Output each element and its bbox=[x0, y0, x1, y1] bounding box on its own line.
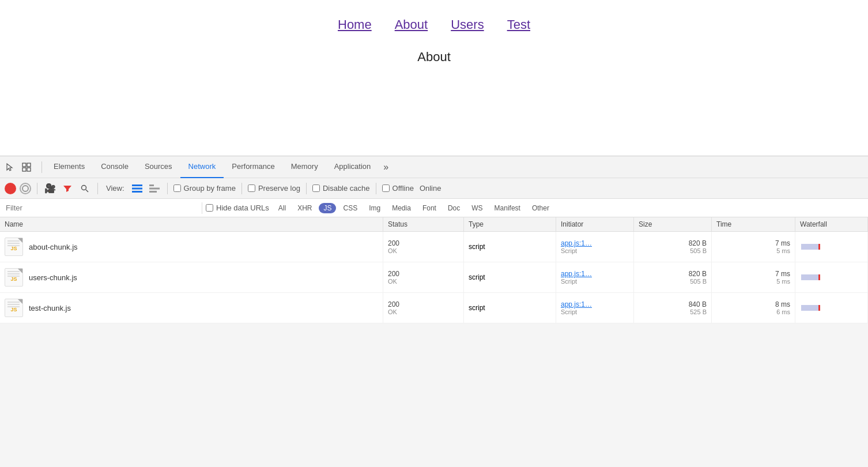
disable-cache-input[interactable] bbox=[312, 184, 320, 192]
cell-type-2: script bbox=[464, 293, 556, 323]
disable-cache-checkbox[interactable]: Disable cache bbox=[312, 184, 370, 193]
filter-sep bbox=[202, 202, 202, 214]
initiator-link[interactable]: app.js:1… bbox=[561, 270, 629, 278]
filter-type-ws[interactable]: WS bbox=[467, 203, 487, 213]
resource-type: script bbox=[469, 243, 551, 251]
filename: users-chunk.js bbox=[29, 273, 77, 282]
file-line bbox=[7, 273, 20, 274]
view-label: View: bbox=[106, 184, 124, 193]
table-row[interactable]: JS test-chunk.js 200OKscriptapp.js:1…Scr… bbox=[0, 293, 868, 323]
nav-link-home[interactable]: Home bbox=[338, 17, 372, 32]
svg-rect-9 bbox=[149, 184, 154, 186]
browser-page: HomeAboutUsersTest About bbox=[0, 0, 868, 156]
camera-icon[interactable]: 🎥 bbox=[43, 182, 57, 195]
cursor-icon[interactable] bbox=[2, 160, 16, 174]
file-icon: JS bbox=[5, 238, 23, 256]
size-sub: 505 B bbox=[639, 278, 707, 285]
group-by-frame-checkbox[interactable]: Group by frame bbox=[173, 184, 236, 193]
filter-type-doc[interactable]: Doc bbox=[443, 203, 465, 213]
stop-inner bbox=[22, 185, 29, 192]
toolbar-sep-5 bbox=[306, 183, 307, 194]
list-view-button[interactable] bbox=[130, 182, 144, 195]
col-header-time[interactable]: Time bbox=[712, 217, 795, 231]
filter-icon[interactable] bbox=[61, 182, 74, 195]
cell-status-1: 200OK bbox=[383, 262, 464, 292]
col-header-size[interactable]: Size bbox=[634, 217, 712, 231]
hide-data-urls-input[interactable] bbox=[206, 204, 213, 212]
table-row[interactable]: JS about-chunk.js 200OKscriptapp.js:1…Sc… bbox=[0, 232, 868, 262]
offline-checkbox[interactable]: Offline bbox=[382, 184, 414, 193]
nav-link-users[interactable]: Users bbox=[451, 17, 484, 32]
col-header-status[interactable]: Status bbox=[383, 217, 464, 231]
offline-input[interactable] bbox=[382, 184, 390, 192]
tree-view-button[interactable] bbox=[148, 182, 161, 195]
file-lines bbox=[7, 240, 20, 247]
resource-type: script bbox=[469, 304, 551, 312]
initiator-link[interactable]: app.js:1… bbox=[561, 239, 629, 247]
filter-type-media[interactable]: Media bbox=[387, 203, 416, 213]
filter-type-js[interactable]: JS bbox=[319, 203, 336, 213]
network-table: Name Status Type Initiator Size Time Wat… bbox=[0, 217, 868, 323]
group-by-frame-input[interactable] bbox=[173, 184, 181, 192]
table-header: Name Status Type Initiator Size Time Wat… bbox=[0, 217, 868, 232]
nav-links: HomeAboutUsersTest bbox=[338, 17, 530, 32]
tab-separator bbox=[41, 161, 42, 173]
nav-link-test[interactable]: Test bbox=[507, 17, 530, 32]
col-header-initiator[interactable]: Initiator bbox=[556, 217, 634, 231]
filter-type-manifest[interactable]: Manifest bbox=[490, 203, 525, 213]
hide-data-urls-checkbox[interactable]: Hide data URLs bbox=[206, 204, 269, 212]
filter-type-css[interactable]: CSS bbox=[338, 203, 362, 213]
wf-receiving-bar bbox=[818, 274, 820, 280]
resource-type: script bbox=[469, 273, 551, 281]
tab-application[interactable]: Application bbox=[326, 156, 379, 178]
file-line bbox=[7, 240, 20, 242]
tab-sources[interactable]: Sources bbox=[137, 156, 180, 178]
file-line bbox=[7, 276, 20, 277]
search-icon[interactable] bbox=[78, 182, 92, 195]
file-cell: JS test-chunk.js bbox=[5, 299, 378, 317]
status-code: 200 bbox=[388, 270, 459, 278]
nav-link-about[interactable]: About bbox=[395, 17, 428, 32]
filter-type-font[interactable]: Font bbox=[418, 203, 441, 213]
filter-type-xhr[interactable]: XHR bbox=[293, 203, 316, 213]
col-header-waterfall[interactable]: Waterfall bbox=[795, 217, 868, 231]
tab-console[interactable]: Console bbox=[93, 156, 137, 178]
tab-memory[interactable]: Memory bbox=[283, 156, 326, 178]
record-button[interactable] bbox=[5, 183, 16, 194]
file-icon: JS bbox=[5, 268, 23, 287]
file-lines bbox=[7, 271, 20, 278]
offline-label: Offline bbox=[393, 184, 414, 193]
inspect-icon[interactable] bbox=[20, 160, 33, 174]
filter-type-img[interactable]: Img bbox=[364, 203, 385, 213]
filter-input[interactable] bbox=[2, 202, 198, 213]
table-row[interactable]: JS users-chunk.js 200OKscriptapp.js:1…Sc… bbox=[0, 262, 868, 293]
wf-receiving-bar bbox=[818, 244, 820, 250]
wf-waiting-bar bbox=[801, 274, 818, 280]
cell-size-2: 840 B525 B bbox=[634, 293, 712, 323]
cell-name-1: JS users-chunk.js bbox=[0, 262, 383, 292]
filter-row: Hide data URLs AllXHRJSCSSImgMediaFontDo… bbox=[0, 199, 868, 217]
cell-type-0: script bbox=[464, 232, 556, 262]
tab-performance[interactable]: Performance bbox=[224, 156, 282, 178]
col-header-type[interactable]: Type bbox=[464, 217, 556, 231]
toolbar-sep-6 bbox=[376, 183, 376, 194]
preserve-log-input[interactable] bbox=[248, 184, 255, 192]
stop-button[interactable] bbox=[20, 183, 31, 194]
filter-type-other[interactable]: Other bbox=[527, 203, 554, 213]
tab-elements[interactable]: Elements bbox=[46, 156, 93, 178]
preserve-log-checkbox[interactable]: Preserve log bbox=[248, 184, 300, 193]
initiator-link[interactable]: app.js:1… bbox=[561, 300, 629, 308]
svg-rect-8 bbox=[132, 191, 142, 193]
col-header-name[interactable]: Name bbox=[0, 217, 383, 231]
table-body: JS about-chunk.js 200OKscriptapp.js:1…Sc… bbox=[0, 232, 868, 323]
wf-waiting-bar bbox=[801, 244, 818, 250]
file-cell: JS users-chunk.js bbox=[5, 268, 378, 287]
toolbar-sep-4 bbox=[241, 183, 242, 194]
cell-waterfall-2 bbox=[795, 293, 868, 323]
file-lines bbox=[7, 302, 20, 308]
devtools-panel: ElementsConsoleSourcesNetworkPerformance… bbox=[0, 156, 868, 323]
more-tabs-button[interactable]: » bbox=[379, 157, 393, 177]
filter-type-all[interactable]: All bbox=[274, 203, 290, 213]
tab-network[interactable]: Network bbox=[180, 156, 224, 178]
wf-waiting-bar bbox=[801, 305, 818, 311]
